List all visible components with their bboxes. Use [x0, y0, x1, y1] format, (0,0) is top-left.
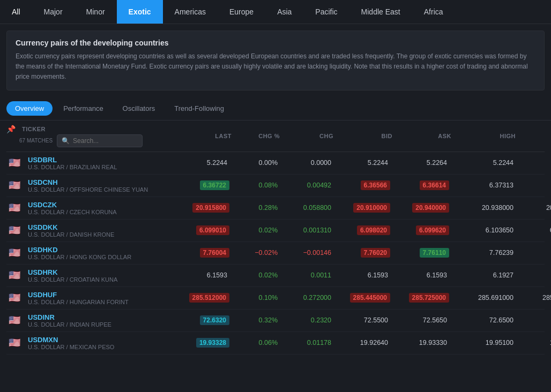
table-row[interactable]: 🇺🇸 USDDKK U.S. DOLLAR / DANISH KRONE 6.0… — [6, 220, 545, 242]
table-row[interactable]: 🇺🇸 USDHKD U.S. DOLLAR / HONG KONG DOLLAR… — [6, 242, 545, 265]
table-container: 📌 TICKER 67 MATCHES 🔍 LAST CHG % CHG BID… — [0, 120, 551, 355]
ticker-info: 🇺🇸 USDMXN U.S. DOLLAR / MEXICAN PESO — [6, 336, 167, 350]
cell-chgpct: 0.28% — [232, 204, 280, 212]
ticker-text: USDHKD U.S. DOLLAR / HONG KONG DOLLAR — [28, 246, 131, 260]
ticker-symbol[interactable]: USDHKD — [28, 246, 131, 254]
cell-last: 6.1593 — [167, 272, 232, 279]
tab-americas[interactable]: Americas — [163, 0, 218, 24]
cell-chg: −0.00146 — [280, 249, 333, 257]
ticker-symbol[interactable]: USDINR — [28, 313, 111, 321]
flag-icon: 🇺🇸 — [6, 314, 23, 326]
cell-high: 7.76239 — [451, 249, 516, 257]
cell-ask: 5.2264 — [392, 159, 451, 167]
col-header-high: HIGH — [451, 133, 516, 139]
col-header-bid: BID — [333, 133, 392, 139]
subtab-overview[interactable]: Overview — [6, 101, 53, 116]
cell-ask: 6.099620 — [392, 225, 451, 235]
ticker-symbol[interactable]: USDHRK — [28, 268, 117, 276]
cell-last: 285.512000 — [167, 293, 232, 303]
info-description: Exotic currency pairs represent developi… — [16, 51, 535, 82]
cell-last: 6.099010 — [167, 225, 232, 235]
cell-chgpct: 0.02% — [232, 272, 280, 279]
cell-ask: 20.940000 — [392, 203, 451, 213]
cell-low: 6.093600 — [516, 227, 551, 234]
subtab-oscillators[interactable]: Oscillators — [114, 101, 164, 116]
tab-pacific[interactable]: Pacific — [303, 0, 349, 24]
flag-icon: 🇺🇸 — [6, 292, 23, 304]
ticker-description: U.S. DOLLAR / OFFSHORE CHINESE YUAN — [28, 186, 148, 193]
cell-bid: 5.2244 — [333, 159, 392, 167]
ticker-description: U.S. DOLLAR / HONG KONG DOLLAR — [28, 254, 131, 260]
table-row[interactable]: 🇺🇸 USDCNH U.S. DOLLAR / OFFSHORE CHINESE… — [6, 175, 545, 197]
cell-last: 20.915800 — [167, 203, 232, 213]
cell-high: 6.1927 — [451, 272, 516, 279]
col-header-ask: ASK — [392, 133, 451, 139]
cell-bid: 285.445000 — [333, 293, 392, 303]
subtab-trendfollowing[interactable]: Trend-Following — [166, 101, 233, 116]
tab-asia[interactable]: Asia — [265, 0, 303, 24]
tab-all[interactable]: All — [0, 0, 32, 24]
table-row[interactable]: 🇺🇸 USDBRL U.S. DOLLAR / BRAZILIAN REAL 5… — [6, 152, 545, 175]
table-row[interactable]: 🇺🇸 USDMXN U.S. DOLLAR / MEXICAN PESO 19.… — [6, 332, 545, 355]
search-input[interactable] — [73, 137, 138, 145]
ticker-text: USDHRK U.S. DOLLAR / CROATIAN KUNA — [28, 268, 117, 283]
cell-last: 72.6320 — [167, 315, 232, 325]
search-box[interactable]: 🔍 — [57, 134, 143, 147]
cell-bid: 72.5500 — [333, 316, 392, 324]
cell-chg: 0.058800 — [280, 204, 333, 212]
ticker-symbol[interactable]: USDDKK — [28, 223, 114, 231]
subtab-performance[interactable]: Performance — [55, 101, 111, 116]
cell-chgpct: 0.00% — [232, 159, 280, 167]
ticker-text: USDINR U.S. DOLLAR / INDIAN RUPEE — [28, 313, 111, 328]
cell-low: 20.877000 — [516, 204, 551, 212]
cell-high: 72.6500 — [451, 316, 516, 324]
cell-chgpct: 0.02% — [232, 227, 280, 234]
tab-europe[interactable]: Europe — [218, 0, 265, 24]
table-row[interactable]: 🇺🇸 USDINR U.S. DOLLAR / INDIAN RUPEE 72.… — [6, 310, 545, 332]
table-row[interactable]: 🇺🇸 USDHRK U.S. DOLLAR / CROATIAN KUNA 6.… — [6, 265, 545, 287]
cell-high: 6.103650 — [451, 227, 516, 234]
ticker-text: USDBRL U.S. DOLLAR / BRAZILIAN REAL — [28, 156, 117, 170]
ticker-description: U.S. DOLLAR / HUNGARIAN FORINT — [28, 299, 129, 305]
search-icon: 🔍 — [62, 137, 70, 145]
tab-exotic[interactable]: Exotic — [117, 0, 163, 24]
tab-major[interactable]: Major — [32, 0, 75, 24]
ticker-symbol[interactable]: USDHUF — [28, 291, 129, 299]
cell-last: 6.36722 — [167, 180, 232, 190]
flag-icon: 🇺🇸 — [6, 157, 23, 169]
tab-minor[interactable]: Minor — [75, 0, 117, 24]
ticker-col-header: 📌 TICKER 67 MATCHES 🔍 — [6, 125, 167, 147]
table-row[interactable]: 🇺🇸 USDHUF U.S. DOLLAR / HUNGARIAN FORINT… — [6, 287, 545, 310]
ticker-text: USDHUF U.S. DOLLAR / HUNGARIAN FORINT — [28, 291, 129, 305]
tab-africa[interactable]: Africa — [412, 0, 455, 24]
info-box: Currency pairs of the developing countri… — [6, 31, 545, 91]
ticker-info: 🇺🇸 USDHRK U.S. DOLLAR / CROATIAN KUNA — [6, 268, 167, 283]
cell-ask: 19.93330 — [392, 339, 451, 346]
ticker-symbol[interactable]: USDCZK — [28, 201, 117, 209]
ticker-symbol[interactable]: USDBRL — [28, 156, 117, 164]
cell-last: 7.76004 — [167, 248, 232, 258]
data-cols: 285.512000 0.10% 0.272000 285.445000 285… — [167, 293, 551, 303]
ticker-symbol[interactable]: USDMXN — [28, 336, 114, 344]
data-cols: 7.76004 −0.02% −0.00146 7.76020 7.76110 … — [167, 248, 551, 258]
cell-ask: 7.76110 — [392, 248, 451, 258]
cell-low: 285.030000 — [516, 294, 551, 301]
cell-bid: 6.36566 — [333, 180, 392, 190]
ticker-info: 🇺🇸 USDHKD U.S. DOLLAR / HONG KONG DOLLAR — [6, 246, 167, 260]
ticker-text: USDCNH U.S. DOLLAR / OFFSHORE CHINESE YU… — [28, 178, 148, 193]
ticker-symbol[interactable]: USDCNH — [28, 178, 148, 186]
cell-last: 19.93328 — [167, 338, 232, 348]
ticker-text: USDCZK U.S. DOLLAR / CZECH KORUNA — [28, 201, 117, 215]
ticker-info: 🇺🇸 USDBRL U.S. DOLLAR / BRAZILIAN REAL — [6, 156, 167, 170]
cell-chg: 0.2320 — [280, 316, 333, 324]
cell-low: 5.2244 — [516, 159, 551, 167]
cell-high: 20.938000 — [451, 204, 516, 212]
tab-middleeast[interactable]: Middle East — [349, 0, 412, 24]
ticker-description: U.S. DOLLAR / CZECH KORUNA — [28, 209, 117, 215]
cell-high: 285.691000 — [451, 294, 516, 301]
cell-low: 6.1533 — [516, 272, 551, 279]
cell-last: 5.2244 — [167, 159, 232, 167]
table-row[interactable]: 🇺🇸 USDCZK U.S. DOLLAR / CZECH KORUNA 20.… — [6, 197, 545, 220]
flag-icon: 🇺🇸 — [6, 224, 23, 236]
cell-chg: 0.00492 — [280, 182, 333, 189]
